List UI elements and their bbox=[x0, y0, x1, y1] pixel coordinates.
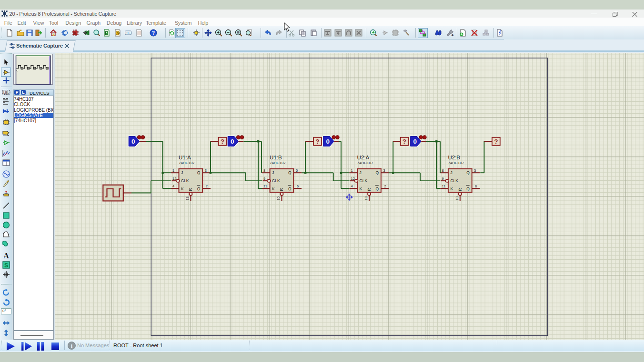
svg-text:0: 0 bbox=[413, 138, 417, 145]
svg-text:Q: Q bbox=[288, 186, 292, 191]
svg-text:R: R bbox=[188, 188, 193, 191]
svg-text:13: 13 bbox=[185, 196, 190, 200]
svg-text:11: 11 bbox=[442, 184, 445, 188]
svg-text:K: K bbox=[272, 186, 275, 191]
svg-text:U2:A: U2:A bbox=[357, 154, 370, 160]
svg-text:Q: Q bbox=[197, 186, 201, 191]
svg-text:CLK: CLK bbox=[360, 178, 368, 183]
svg-text:K: K bbox=[450, 186, 453, 191]
svg-text:U2:B: U2:B bbox=[448, 154, 460, 160]
svg-text:74HC107: 74HC107 bbox=[448, 160, 464, 165]
svg-text:R: R bbox=[279, 188, 284, 191]
svg-text:Q: Q bbox=[466, 186, 470, 191]
svg-text:1: 1 bbox=[172, 168, 174, 173]
svg-text:?: ? bbox=[494, 138, 498, 145]
svg-text:11: 11 bbox=[263, 184, 267, 188]
svg-text:R: R bbox=[367, 188, 372, 191]
svg-text:R: R bbox=[458, 188, 463, 191]
svg-text:K: K bbox=[360, 186, 362, 191]
svg-text:J: J bbox=[181, 170, 183, 175]
svg-text:74HC107: 74HC107 bbox=[270, 160, 286, 165]
svg-text:K: K bbox=[181, 186, 184, 191]
svg-text:3: 3 bbox=[205, 168, 207, 173]
svg-text:6: 6 bbox=[475, 184, 477, 188]
svg-text:1: 1 bbox=[351, 168, 353, 173]
svg-text:Q: Q bbox=[375, 186, 379, 191]
svg-text:8: 8 bbox=[442, 168, 443, 173]
svg-text:A: A bbox=[452, 33, 454, 37]
svg-text:CLK: CLK bbox=[450, 178, 458, 183]
svg-text:?: ? bbox=[221, 138, 224, 145]
svg-text:S: S bbox=[4, 262, 8, 269]
svg-text:9: 9 bbox=[442, 176, 443, 180]
svg-text:10: 10 bbox=[276, 196, 281, 200]
svg-text:5: 5 bbox=[474, 168, 476, 173]
svg-text:J: J bbox=[272, 170, 274, 175]
svg-text:13: 13 bbox=[364, 196, 368, 200]
svg-text:74HC107: 74HC107 bbox=[357, 160, 373, 165]
svg-text:i: i bbox=[71, 343, 72, 349]
svg-text:U1:A: U1:A bbox=[179, 154, 191, 160]
svg-text:2: 2 bbox=[384, 184, 386, 188]
svg-text:4: 4 bbox=[351, 184, 353, 188]
svg-text:?: ? bbox=[152, 30, 155, 36]
svg-text:6: 6 bbox=[297, 184, 299, 188]
svg-text:?: ? bbox=[316, 138, 320, 145]
svg-text:0: 0 bbox=[326, 138, 330, 145]
svg-text:01+: 01+ bbox=[125, 31, 131, 35]
svg-text:A: A bbox=[3, 252, 9, 259]
svg-text:0: 0 bbox=[231, 138, 234, 145]
svg-text:12: 12 bbox=[172, 176, 176, 180]
svg-text:10: 10 bbox=[455, 196, 459, 200]
svg-text:2: 2 bbox=[206, 184, 208, 188]
svg-text:Q: Q bbox=[288, 170, 292, 175]
svg-text:9: 9 bbox=[263, 176, 265, 180]
svg-text:U1:B: U1:B bbox=[270, 154, 282, 160]
svg-text:CLK: CLK bbox=[181, 178, 189, 183]
svg-text:J: J bbox=[360, 170, 362, 175]
svg-text:4: 4 bbox=[172, 184, 174, 188]
svg-text:12: 12 bbox=[351, 176, 355, 180]
svg-text:0: 0 bbox=[131, 138, 135, 145]
svg-text:8: 8 bbox=[263, 168, 265, 173]
svg-text:Q: Q bbox=[375, 170, 379, 175]
svg-text:3: 3 bbox=[383, 168, 385, 173]
svg-text:74HC107: 74HC107 bbox=[179, 160, 195, 165]
svg-text:CLK: CLK bbox=[272, 178, 280, 183]
svg-text:?: ? bbox=[402, 138, 406, 145]
svg-text:Q: Q bbox=[197, 170, 201, 175]
svg-text:5: 5 bbox=[296, 168, 298, 173]
svg-text:$: $ bbox=[117, 31, 119, 36]
svg-text:J: J bbox=[450, 170, 452, 175]
svg-text:Q: Q bbox=[466, 170, 470, 175]
